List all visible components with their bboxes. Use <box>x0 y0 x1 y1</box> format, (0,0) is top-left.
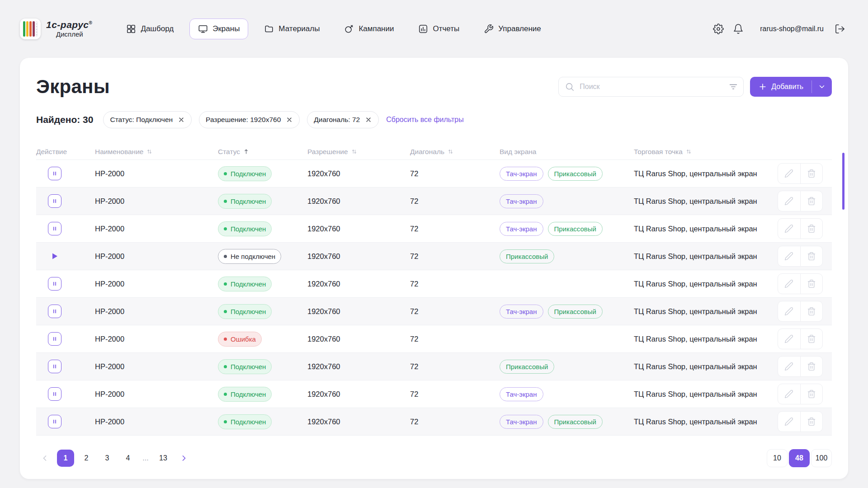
pause-button[interactable] <box>48 222 61 235</box>
nav-item-materials[interactable]: Материалы <box>255 19 328 39</box>
nav-item-dashboard[interactable]: Дашборд <box>118 19 182 39</box>
status-badge: Подключен <box>218 414 272 429</box>
edit-icon <box>784 334 793 343</box>
remove-filter-button[interactable] <box>286 116 293 123</box>
pause-icon <box>51 418 59 426</box>
column-header-status[interactable]: Статус <box>218 148 307 156</box>
nav-item-screens[interactable]: Экраны <box>189 19 248 39</box>
edit-button[interactable] <box>778 329 800 349</box>
screen-type-badge: Прикассовый <box>500 360 554 374</box>
page-title: Экраны <box>36 76 110 98</box>
location-value: ТЦ Rarus Shop, центральный экран <box>634 280 778 288</box>
bar-chart-icon <box>418 24 428 34</box>
delete-button[interactable] <box>801 384 823 404</box>
column-header-diagonal[interactable]: Диагональ <box>410 148 500 156</box>
delete-button[interactable] <box>801 246 823 266</box>
pause-button[interactable] <box>48 305 61 318</box>
delete-button[interactable] <box>801 357 823 376</box>
delete-button[interactable] <box>801 191 823 211</box>
nav-item-management[interactable]: Управление <box>475 19 550 39</box>
remove-filter-button[interactable] <box>178 116 185 123</box>
resolution-value: 1920х760 <box>307 252 410 261</box>
page-button[interactable]: 3 <box>99 450 116 467</box>
pause-icon <box>51 197 59 205</box>
delete-button[interactable] <box>801 274 823 294</box>
notifications-button[interactable] <box>730 21 746 37</box>
edit-button[interactable] <box>778 412 800 432</box>
nav-item-campaigns[interactable]: Кампании <box>335 19 402 39</box>
edit-button[interactable] <box>778 219 800 239</box>
column-header-location[interactable]: Торговая точка <box>634 148 778 156</box>
diagonal-value: 72 <box>410 335 500 343</box>
nav-item-reports[interactable]: Отчеты <box>410 19 468 39</box>
table-row: HP-2000Подключен1920х76072Тач-экранПрика… <box>36 215 832 243</box>
scrollbar-thumb[interactable] <box>842 153 844 210</box>
edit-icon <box>784 224 793 233</box>
pause-icon <box>51 362 59 371</box>
remove-filter-button[interactable] <box>365 116 372 123</box>
table-row: HP-2000Подключен1920х76072Тач-экранПрика… <box>36 408 832 436</box>
prev-page-button[interactable] <box>36 450 53 467</box>
page-button[interactable]: 1 <box>57 450 74 467</box>
delete-button[interactable] <box>801 329 823 349</box>
pause-button[interactable] <box>48 332 61 346</box>
delete-button[interactable] <box>801 164 823 183</box>
column-header-name[interactable]: Наименование <box>95 148 218 156</box>
pause-button[interactable] <box>48 194 61 208</box>
chevron-left-icon <box>40 454 49 463</box>
pause-icon <box>51 169 59 178</box>
location-value: ТЦ Rarus Shop, центральный экран <box>634 390 778 399</box>
edit-button[interactable] <box>778 191 800 211</box>
delete-button[interactable] <box>801 412 823 432</box>
nav-item-label: Дашборд <box>141 24 174 33</box>
next-page-button[interactable] <box>175 450 193 467</box>
screen-type-badge: Тач-экран <box>500 167 543 181</box>
delete-button[interactable] <box>801 219 823 239</box>
chevron-down-icon <box>818 83 826 91</box>
filter-button[interactable] <box>726 80 740 94</box>
resolution-value: 1920х760 <box>307 307 410 316</box>
logout-button[interactable] <box>832 21 848 37</box>
page-size-button[interactable]: 48 <box>789 449 810 467</box>
search-box <box>558 77 744 97</box>
add-button[interactable]: Добавить <box>750 77 811 97</box>
edit-button[interactable] <box>778 301 800 321</box>
pagination-ellipsis: ... <box>140 454 151 462</box>
diagonal-value: 72 <box>410 169 500 178</box>
settings-button[interactable] <box>710 21 726 37</box>
edit-button[interactable] <box>778 357 800 376</box>
screen-type-badge: Прикассовый <box>548 222 603 236</box>
edit-button[interactable] <box>778 274 800 294</box>
pause-button[interactable] <box>48 415 61 428</box>
edit-button[interactable] <box>778 164 800 183</box>
edit-button[interactable] <box>778 246 800 266</box>
search-input[interactable] <box>558 77 744 97</box>
resolution-value: 1920х760 <box>307 280 410 288</box>
page-button[interactable]: 2 <box>78 450 95 467</box>
column-header-resolution[interactable]: Разрешение <box>307 148 410 156</box>
row-actions <box>778 191 823 211</box>
page-button[interactable]: 4 <box>119 450 137 467</box>
brand-name: 1с-рарус® <box>46 19 92 30</box>
edit-button[interactable] <box>778 384 800 404</box>
play-button[interactable] <box>48 249 61 263</box>
close-icon <box>178 116 185 123</box>
reset-filters-link[interactable]: Сбросить все фильтры <box>386 116 463 124</box>
pause-button[interactable] <box>48 387 61 401</box>
dashboard-icon <box>126 24 136 34</box>
brand-subtitle: Дисплей <box>46 31 92 38</box>
filter-chip-label: Статус: Подключен <box>110 116 173 124</box>
pause-button[interactable] <box>48 167 61 180</box>
page-size-button[interactable]: 10 <box>767 449 788 467</box>
page-button[interactable]: 13 <box>155 450 172 467</box>
edit-icon <box>784 169 793 178</box>
location-value: ТЦ Rarus Shop, центральный экран <box>634 169 778 178</box>
page-size-button[interactable]: 100 <box>811 449 832 467</box>
pause-button[interactable] <box>48 360 61 373</box>
pause-icon <box>51 225 59 233</box>
screen-name: HP-2000 <box>95 418 218 426</box>
add-dropdown-button[interactable] <box>812 77 832 97</box>
pause-button[interactable] <box>48 277 61 291</box>
nav-item-label: Отчеты <box>433 24 459 33</box>
delete-button[interactable] <box>801 301 823 321</box>
